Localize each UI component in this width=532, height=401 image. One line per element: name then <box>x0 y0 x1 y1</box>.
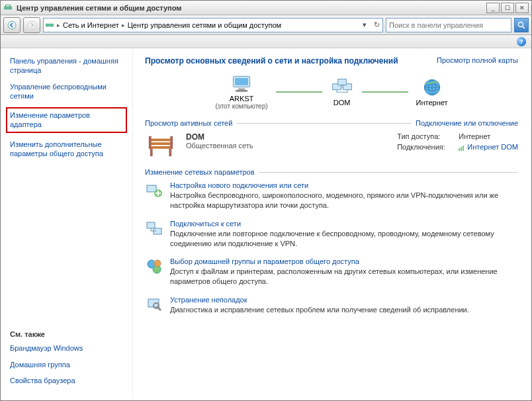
chevron-right-icon: ▸ <box>122 22 125 28</box>
search-box[interactable] <box>386 18 511 32</box>
sidebar-link-adapter-settings[interactable]: Изменение параметров адаптера <box>6 107 127 133</box>
svg-point-34 <box>154 260 161 267</box>
new-connection-icon <box>145 181 163 200</box>
content-area: Панель управления - домашняя страница Уп… <box>1 48 531 400</box>
sidebar-link-sharing[interactable]: Изменить дополнительные параметры общего… <box>10 140 123 159</box>
svg-point-3 <box>28 21 36 29</box>
address-dropdown[interactable]: ▾ <box>360 21 369 29</box>
node-network[interactable]: DOM <box>330 77 354 107</box>
connection-line <box>362 91 408 93</box>
maximize-button[interactable]: ☐ <box>501 3 514 13</box>
network-icon <box>330 77 354 99</box>
svg-rect-30 <box>147 222 155 228</box>
task-connect-link[interactable]: Подключиться к сети <box>170 220 241 228</box>
active-networks-section: Просмотр активных сетей Подключение или … <box>145 119 518 159</box>
minimize-button[interactable]: _ <box>486 3 500 13</box>
breadcrumb-icon <box>45 21 54 30</box>
svg-rect-20 <box>149 146 173 149</box>
signal-icon <box>459 144 465 151</box>
svg-point-6 <box>519 22 523 26</box>
svg-rect-22 <box>169 149 171 156</box>
connection-line <box>276 91 322 93</box>
task-troubleshoot: Устранение неполадок Диагностика и испра… <box>145 296 518 315</box>
access-type-label: Тип доступа: <box>397 132 457 140</box>
computer-icon <box>230 73 253 95</box>
network-type: Общественная сеть <box>186 142 388 150</box>
seealso-link-browser[interactable]: Свойства браузера <box>10 376 123 385</box>
svg-rect-4 <box>46 24 49 26</box>
breadcrumb-segment[interactable]: Сеть и Интернет <box>63 21 119 29</box>
node-computer[interactable]: ARKST (этот компьютер) <box>215 73 267 110</box>
access-type-value: Интернет <box>459 132 490 140</box>
task-connect-desc: Подключение или повторное подключение к … <box>170 229 518 249</box>
svg-rect-21 <box>150 149 153 156</box>
svg-rect-10 <box>238 88 245 90</box>
help-icon[interactable]: ? <box>517 37 526 46</box>
sidebar-link-wireless[interactable]: Управление беспроводными сетями <box>10 82 123 101</box>
network-details: Тип доступа: Интернет Подключения: Интер… <box>397 132 518 154</box>
homegroup-icon <box>145 257 163 276</box>
task-new-connection-desc: Настройка беспроводного, широкополосного… <box>170 191 518 210</box>
network-map-section: Просмотр основных сведений о сети и наст… <box>145 56 518 110</box>
sidebar-link-home[interactable]: Панель управления - домашняя страница <box>10 56 123 75</box>
task-connect: Подключиться к сети Подключение или повт… <box>145 220 518 249</box>
task-homegroup: Выбор домашней группы и параметров общег… <box>145 257 518 287</box>
svg-rect-23 <box>149 136 152 149</box>
change-settings-legend: Изменение сетевых параметров <box>145 168 255 176</box>
see-also-heading: См. также <box>10 330 123 338</box>
search-input[interactable] <box>386 21 511 29</box>
see-also-section: См. также Брандмауэр Windows Домашняя гр… <box>10 330 123 385</box>
connection-link[interactable]: Интернет DOM <box>467 143 518 151</box>
connect-disconnect-link[interactable]: Подключение или отключение <box>416 119 518 127</box>
seealso-link-homegroup[interactable]: Домашняя группа <box>10 360 123 369</box>
forward-button[interactable] <box>23 17 40 33</box>
svg-rect-24 <box>170 136 173 149</box>
toolbar: ? <box>1 35 531 48</box>
search-button[interactable] <box>514 18 529 32</box>
globe-icon <box>420 77 444 99</box>
svg-rect-28 <box>147 185 156 192</box>
address-bar[interactable]: ▸ Сеть и Интернет ▸ Центр управления сет… <box>43 18 383 32</box>
control-panel-window: Центр управления сетями и общим доступом… <box>0 0 532 401</box>
titlebar[interactable]: Центр управления сетями и общим доступом… <box>1 1 531 15</box>
active-network-row: DOM Общественная сеть Тип доступа: Интер… <box>145 132 518 159</box>
window-title: Центр управления сетями и общим доступом <box>17 4 486 12</box>
node-computer-name: ARKST <box>215 95 267 103</box>
svg-rect-5 <box>50 24 53 26</box>
node-network-name: DOM <box>330 99 354 107</box>
breadcrumb-segment[interactable]: Центр управления сетями и общим доступом <box>128 21 281 29</box>
task-new-connection: Настройка нового подключения или сети На… <box>145 181 518 210</box>
connections-label: Подключения: <box>397 143 457 151</box>
navigation-bar: ▸ Сеть и Интернет ▸ Центр управления сет… <box>1 15 531 35</box>
svg-rect-26 <box>461 147 462 151</box>
task-new-connection-link[interactable]: Настройка нового подключения или сети <box>170 181 308 189</box>
refresh-button[interactable]: ↻ <box>372 21 381 29</box>
task-troubleshoot-desc: Диагностика и исправление сетевых пробле… <box>170 305 469 315</box>
active-networks-legend: Просмотр активных сетей <box>145 119 232 127</box>
close-button[interactable]: ✕ <box>515 3 529 13</box>
node-computer-sub: (этот компьютер) <box>215 103 267 110</box>
sidebar: Панель управления - домашняя страница Уп… <box>1 48 133 400</box>
svg-rect-27 <box>463 146 464 151</box>
svg-rect-1 <box>9 7 11 9</box>
task-homegroup-link[interactable]: Выбор домашней группы и параметров общег… <box>170 257 359 265</box>
svg-rect-19 <box>149 142 173 145</box>
task-troubleshoot-link[interactable]: Устранение неполадок <box>170 296 247 304</box>
bench-icon <box>145 132 177 159</box>
node-internet-name: Интернет <box>416 99 448 107</box>
svg-rect-0 <box>5 7 7 9</box>
svg-rect-9 <box>235 78 248 85</box>
svg-rect-11 <box>236 90 247 92</box>
svg-rect-25 <box>459 148 460 151</box>
node-internet[interactable]: Интернет <box>416 77 448 107</box>
network-name[interactable]: DOM <box>186 132 388 142</box>
main-panel: Просмотр основных сведений о сети и наст… <box>133 48 531 400</box>
network-center-icon <box>3 3 13 13</box>
full-map-link[interactable]: Просмотр полной карты <box>437 56 518 64</box>
change-settings-section: Изменение сетевых параметров Настройка н… <box>145 168 518 315</box>
troubleshoot-icon <box>145 296 163 314</box>
back-button[interactable] <box>3 17 21 33</box>
svg-rect-14 <box>337 79 346 85</box>
seealso-link-firewall[interactable]: Брандмауэр Windows <box>10 343 123 353</box>
search-icon <box>517 21 525 29</box>
